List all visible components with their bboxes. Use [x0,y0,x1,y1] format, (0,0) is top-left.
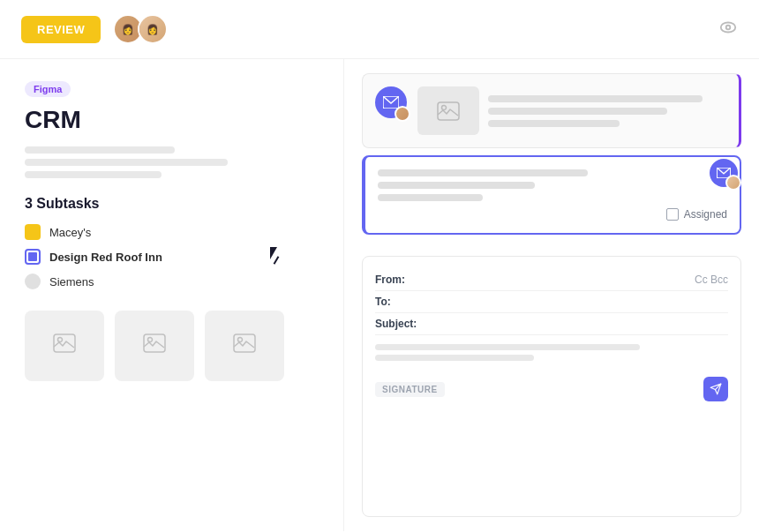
email-cards: Assigned [362,73,741,242]
thumbnail-2[interactable] [115,311,194,381]
avatar-2: 👩 [138,14,168,44]
subtask-icon-yellow [25,224,41,240]
email-avatar-1 [375,86,407,118]
email-card-1[interactable] [362,73,741,148]
visibility-icon[interactable] [718,18,738,41]
email-card2-avatar [710,159,738,187]
body-line-2 [375,355,534,361]
from-label: From: [375,273,419,286]
card2-line-2 [378,182,535,189]
svg-point-1 [726,25,731,29]
subtasks-heading: 3 Subtasks [25,196,319,212]
subtask-label-design: Design Red Roof Inn [49,251,162,264]
body-line-1 [375,344,640,350]
card-line-2 [488,108,667,115]
avatar-image-2: 👩 [139,16,166,42]
right-panel: Assigned From: Cc Bcc To: Subject: SIGNA… [344,59,759,531]
desc-line-2 [25,159,228,166]
to-label: To: [375,296,419,308]
subtask-maceys[interactable]: Macey's [25,224,319,240]
compose-body[interactable] [375,335,728,370]
thumbnail-image-icon-1 [53,333,76,358]
thumbnail-1[interactable] [25,311,104,381]
assigned-checkbox[interactable] [666,208,679,221]
compose-to-field[interactable]: To: [375,291,728,313]
email-avatar-user [395,106,410,122]
assigned-label: Assigned [684,208,727,221]
subtasks-list: Macey's Design Red Roof Inn Siemens [25,224,319,289]
email-card-2[interactable]: Assigned [362,155,741,235]
send-button[interactable] [703,377,728,401]
card2-line-1 [378,169,588,176]
card-line-3 [488,120,620,127]
email-compose: From: Cc Bcc To: Subject: SIGNATURE [362,256,741,517]
card2-lines [378,169,727,201]
description-lines [25,146,319,178]
top-bar: REVIEW 👩 👩 [0,0,759,59]
svg-point-5 [148,338,153,342]
card-line-1 [488,95,703,102]
subtask-siemens[interactable]: Siemens [25,273,319,289]
compose-footer: SIGNATURE [375,377,728,401]
svg-point-3 [58,338,63,342]
subtask-icon-gray [25,273,41,289]
compose-from-field: From: Cc Bcc [375,269,728,291]
card-image-box-1 [417,86,479,135]
email-card2-user-photo [725,175,741,191]
subject-label: Subject: [375,318,419,330]
subtask-icon-blue [25,249,41,265]
assigned-row: Assigned [378,208,727,221]
crm-title: CRM [25,106,319,134]
desc-line-3 [25,171,162,178]
left-panel: Figma CRM 3 Subtasks Macey's Design Red … [0,59,344,531]
card2-line-3 [378,194,483,201]
thumbnail-image-icon-2 [143,333,166,358]
main-content: Figma CRM 3 Subtasks Macey's Design Red … [0,59,759,531]
subtask-label-maceys: Macey's [49,226,91,239]
subtask-design-red-roof[interactable]: Design Red Roof Inn [25,249,319,265]
signature-badge[interactable]: SIGNATURE [375,382,445,397]
thumbnail-image-icon-3 [233,333,256,358]
top-bar-left: REVIEW 👩 👩 [21,14,168,44]
thumbnails-row [25,311,319,381]
card-content-1 [417,86,726,135]
subtask-label-siemens: Siemens [49,275,94,288]
svg-point-10 [442,105,447,109]
desc-line-1 [25,146,175,154]
svg-point-0 [721,22,736,32]
review-button[interactable]: REVIEW [21,16,101,43]
avatars: 👩 👩 [113,14,168,44]
compose-subject-field[interactable]: Subject: [375,313,728,335]
cc-bcc-label[interactable]: Cc Bcc [695,273,728,286]
figma-badge: Figma [25,81,71,97]
card-text-lines-1 [488,86,726,135]
svg-point-7 [238,338,243,342]
thumbnail-3[interactable] [205,311,284,381]
